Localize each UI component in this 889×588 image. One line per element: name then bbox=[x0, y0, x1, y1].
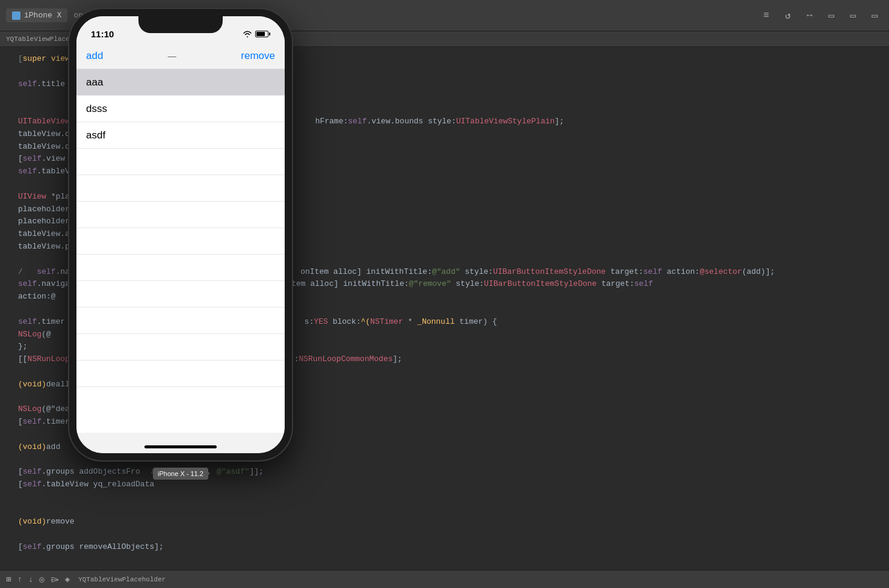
nav-bar: add — remove bbox=[76, 43, 285, 69]
tab-label: iPhone X bbox=[24, 11, 61, 20]
code-line-36 bbox=[12, 491, 889, 504]
table-cell-empty-5 bbox=[76, 255, 285, 281]
table-cell-empty-4 bbox=[76, 228, 285, 255]
table-cell-empty-6 bbox=[76, 281, 285, 308]
iphone-inner: 11:10 bbox=[76, 16, 285, 453]
status-bar-bottom: ⊞ ↑ ↓ ◎ ⌲ ◈ YQTableViewPlaceholder bbox=[0, 570, 889, 588]
code-line-40: [self.groups removeAllObjects]; bbox=[12, 541, 889, 554]
layout-icon-4[interactable]: ▭ bbox=[823, 7, 840, 24]
layout-icon-5[interactable]: ▭ bbox=[844, 7, 861, 24]
table-cell-empty-8 bbox=[76, 334, 285, 361]
phone-status-icons bbox=[243, 30, 270, 37]
layout-icon-2[interactable]: ↺ bbox=[779, 7, 796, 24]
iphone-device: 11:10 bbox=[69, 9, 292, 460]
device-tooltip: iPhone X - 11.2 bbox=[153, 468, 208, 480]
table-cell-0-label: aaa bbox=[86, 76, 103, 88]
status-icon-5[interactable]: ⌲ bbox=[51, 575, 59, 584]
layout-icon-1[interactable]: ≡ bbox=[758, 7, 775, 24]
layout-icon-6[interactable]: ▭ bbox=[866, 7, 883, 24]
status-icon-1[interactable]: ⊞ bbox=[6, 574, 11, 584]
table-cell-2[interactable]: asdf bbox=[76, 122, 285, 149]
table-view: aaa dsss asdf bbox=[76, 69, 285, 433]
tab-icon bbox=[12, 11, 20, 20]
code-line-39 bbox=[12, 528, 889, 541]
phone-time: 11:10 bbox=[91, 29, 114, 39]
battery-icon bbox=[255, 31, 270, 37]
status-icon-2[interactable]: ↑ bbox=[17, 575, 22, 584]
wifi-icon bbox=[243, 30, 252, 37]
table-cell-empty-9 bbox=[76, 361, 285, 387]
status-icon-3[interactable]: ↓ bbox=[28, 575, 33, 584]
table-cell-2-label: asdf bbox=[86, 129, 105, 141]
toolbar-right-actions: ≡ ↺ ↔ ▭ ▭ ▭ bbox=[758, 7, 883, 24]
nav-remove-button[interactable]: remove bbox=[241, 50, 275, 62]
layout-icon-3[interactable]: ↔ bbox=[801, 7, 818, 24]
table-cell-empty-1 bbox=[76, 149, 285, 175]
table-cell-0[interactable]: aaa bbox=[76, 69, 285, 96]
code-line-35: [self.tableView yq_reloadData bbox=[12, 478, 889, 491]
iphone-screen: 11:10 bbox=[76, 16, 285, 453]
home-indicator bbox=[144, 445, 217, 448]
table-cell-1-label: dsss bbox=[86, 103, 107, 115]
code-line-38: (void)remove bbox=[12, 516, 889, 528]
breadcrumb-status: YQTableViewPlaceholder bbox=[78, 576, 166, 583]
phone-notch bbox=[138, 16, 223, 33]
status-icon-4[interactable]: ◎ bbox=[39, 574, 44, 584]
code-line-37 bbox=[12, 504, 889, 516]
nav-add-button[interactable]: add bbox=[86, 50, 103, 62]
status-icon-6[interactable]: ◈ bbox=[65, 574, 70, 584]
nav-title: — bbox=[103, 51, 241, 61]
table-cell-1[interactable]: dsss bbox=[76, 96, 285, 122]
table-cell-empty-2 bbox=[76, 175, 285, 202]
simulator-tab[interactable]: iPhone X bbox=[6, 8, 67, 22]
table-cell-empty-3 bbox=[76, 202, 285, 228]
table-cell-empty-7 bbox=[76, 308, 285, 334]
code-line-34: [self.groups addObjectsFro aa", @"dsss",… bbox=[12, 466, 889, 478]
